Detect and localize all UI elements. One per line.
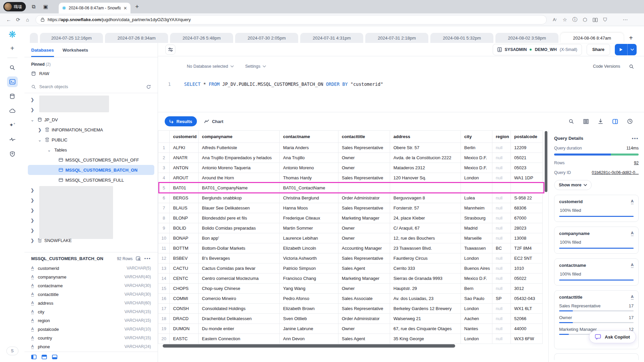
panel-more-icon[interactable]: ••• bbox=[144, 256, 151, 261]
table-cell[interactable]: Madrid bbox=[461, 223, 492, 233]
table-cell[interactable]: BOTTM bbox=[170, 243, 199, 253]
activity-nav-icon[interactable] bbox=[7, 134, 18, 145]
row-number-cell[interactable]: 11 bbox=[158, 243, 170, 253]
table-row[interactable]: 10BONAPBon app'Laurence LebihanOwner12, … bbox=[158, 233, 543, 243]
panel-row-count[interactable]: 92 Rows bbox=[117, 256, 133, 261]
worksheet-tab[interactable]: 2024-07-26 5:48pm bbox=[170, 33, 233, 43]
address-bar[interactable]: https://app.snowflake.com/jugdhon/cdata_… bbox=[36, 15, 547, 24]
settings-dropdown[interactable]: Settings bbox=[245, 64, 266, 69]
tab-results[interactable]: Results bbox=[165, 116, 197, 126]
table-cell[interactable]: Walserweg 21 bbox=[390, 314, 461, 324]
table-cell[interactable]: 12209 bbox=[511, 143, 543, 153]
create-plus-icon[interactable]: + bbox=[7, 43, 18, 54]
column-header[interactable]: postalcode bbox=[511, 131, 543, 143]
panel-column-row[interactable]: AcountryVARCHAR(15) bbox=[24, 334, 158, 342]
table-row[interactable]: 13CACTUCactus Comidas para llevarPatrici… bbox=[158, 263, 543, 274]
table-row[interactable]: 8BLONPBlondesddsl pere et filsFrederique… bbox=[158, 213, 543, 223]
table-cell[interactable]: Mannheim bbox=[461, 203, 492, 213]
table-cell[interactable]: null bbox=[492, 203, 511, 213]
table-cell[interactable]: Maria Anders bbox=[280, 143, 338, 153]
table-cell[interactable] bbox=[492, 183, 511, 193]
table-cell[interactable]: DUMON bbox=[170, 324, 199, 334]
layout-top-icon[interactable] bbox=[42, 355, 47, 359]
worksheet-tab[interactable]: 2024-07-26 8:34am bbox=[105, 33, 168, 43]
table-cell[interactable]: Mexico D.F. bbox=[461, 274, 492, 284]
table-row[interactable]: 9BOLIDBolido Comidas preparadasMartin So… bbox=[158, 223, 543, 233]
row-number-cell[interactable]: 6 bbox=[158, 193, 170, 203]
table-cell[interactable]: 05022 bbox=[511, 274, 543, 284]
search-input[interactable] bbox=[39, 84, 143, 89]
table-row[interactable]: 20EASTCEastern ConnectionAnn DevonSales … bbox=[158, 334, 543, 344]
tree-item-tables[interactable]: ⌄ Tables bbox=[28, 145, 154, 155]
new-worksheet-button[interactable]: + bbox=[626, 33, 636, 43]
tab-close-icon[interactable]: ✕ bbox=[123, 6, 127, 11]
table-cell[interactable]: null bbox=[492, 163, 511, 173]
table-cell[interactable]: EC2 5NT bbox=[511, 253, 543, 263]
table-cell[interactable]: Du monde entier bbox=[199, 324, 280, 334]
table-row[interactable]: 19DUMONDu monde entierJanine LabruneOwne… bbox=[158, 324, 543, 334]
table-cell[interactable]: Janine Labrune bbox=[280, 324, 338, 334]
query-history-icon[interactable] bbox=[627, 119, 633, 124]
table-row[interactable]: 6BERGSBerglunds snabbkopChristina Berglu… bbox=[158, 193, 543, 203]
table-cell[interactable]: Nantes bbox=[461, 324, 492, 334]
table-cell[interactable]: Ana Trujillo Emparedados y helados bbox=[199, 153, 280, 163]
table-cell[interactable]: Ann Devon bbox=[280, 334, 338, 344]
user-avatar[interactable]: S bbox=[6, 347, 18, 355]
table-cell[interactable]: Buenos Aires bbox=[461, 263, 492, 274]
table-cell[interactable]: CHOPS bbox=[170, 284, 199, 294]
table-cell[interactable]: null bbox=[492, 143, 511, 153]
column-header[interactable]: companyname bbox=[199, 131, 280, 143]
table-cell[interactable]: T2F 8M4 bbox=[511, 243, 543, 253]
table-cell[interactable]: null bbox=[492, 193, 511, 203]
column-header[interactable]: contactname bbox=[280, 131, 338, 143]
table-cell[interactable]: 23 Tsawassen Blvd. bbox=[390, 243, 461, 253]
column-stat-card[interactable]: customeridA100% filled bbox=[554, 195, 639, 222]
table-cell[interactable]: Sales Representative bbox=[338, 304, 390, 314]
table-cell[interactable]: ALFKI bbox=[170, 143, 199, 153]
worksheet-tab[interactable]: 2024-08-02 3:58pm bbox=[495, 33, 558, 43]
pinned-item-raw[interactable]: RAW bbox=[24, 68, 158, 80]
table-cell[interactable]: Yang Wang bbox=[280, 284, 338, 294]
table-cell[interactable]: Laurence Lebihan bbox=[280, 233, 338, 243]
table-cell[interactable]: Francisco Chang bbox=[280, 274, 338, 284]
table-cell[interactable]: null bbox=[492, 324, 511, 334]
tab-worksheets[interactable]: Worksheets bbox=[63, 48, 88, 57]
table-cell[interactable]: London bbox=[461, 253, 492, 263]
row-number-cell[interactable]: 12 bbox=[158, 253, 170, 263]
table-cell[interactable]: Frederique Citeaux bbox=[280, 213, 338, 223]
table-cell[interactable]: Strasbourg bbox=[461, 213, 492, 223]
table-cell[interactable]: Ana Trujillo bbox=[280, 153, 338, 163]
row-number-cell[interactable]: 19 bbox=[158, 324, 170, 334]
table-row[interactable]: 18DRACDDrachenblut DelikatessenSven Ottl… bbox=[158, 314, 543, 324]
worksheet-tab[interactable]: 2024-08-01 5:32pm bbox=[430, 33, 493, 43]
favorites-icon[interactable]: ☆ bbox=[560, 17, 570, 23]
column-header[interactable]: region bbox=[492, 131, 511, 143]
table-cell[interactable]: Bern bbox=[461, 284, 492, 294]
preview-data-icon[interactable] bbox=[136, 256, 141, 261]
table-cell[interactable]: Owner bbox=[338, 153, 390, 163]
row-number-cell[interactable]: 16 bbox=[158, 294, 170, 304]
table-cell[interactable]: Around the Horn bbox=[199, 173, 280, 183]
table-cell[interactable] bbox=[461, 183, 492, 193]
table-cell[interactable]: Blauer See Delikatessen bbox=[199, 203, 280, 213]
side-panel-icon[interactable] bbox=[612, 119, 618, 124]
row-number-cell[interactable]: 20 bbox=[158, 334, 170, 344]
layout-bottom-icon[interactable] bbox=[52, 355, 57, 359]
results-search-icon[interactable] bbox=[569, 119, 574, 124]
table-cell[interactable]: Blondesddsl pere et fils bbox=[199, 213, 280, 223]
table-cell[interactable]: Berkeley Gardens 12 Brewery bbox=[390, 304, 461, 314]
row-number-cell[interactable]: 17 bbox=[158, 304, 170, 314]
code-versions-link[interactable]: Code Versions bbox=[593, 64, 620, 69]
settings-menu-icon[interactable]: ⋯ bbox=[621, 17, 630, 23]
table-cell[interactable]: BAT01_CompanyName bbox=[199, 183, 280, 193]
table-cell[interactable]: Chop-suey Chinese bbox=[199, 284, 280, 294]
table-cell[interactable]: Mataderos 2312 bbox=[390, 163, 461, 173]
table-cell[interactable]: 35 King George bbox=[390, 334, 461, 344]
table-cell[interactable]: AROUT bbox=[170, 173, 199, 183]
run-button[interactable] bbox=[615, 44, 637, 55]
table-cell[interactable]: BAT01_ContactName bbox=[280, 183, 338, 193]
refresh-objects-icon[interactable] bbox=[146, 84, 151, 89]
tree-item-batch-on[interactable]: MSSQL_CUSTOMERS_BATCH_ON bbox=[28, 165, 154, 175]
row-number-cell[interactable]: 13 bbox=[158, 263, 170, 274]
table-cell[interactable]: BSBEV bbox=[170, 253, 199, 263]
